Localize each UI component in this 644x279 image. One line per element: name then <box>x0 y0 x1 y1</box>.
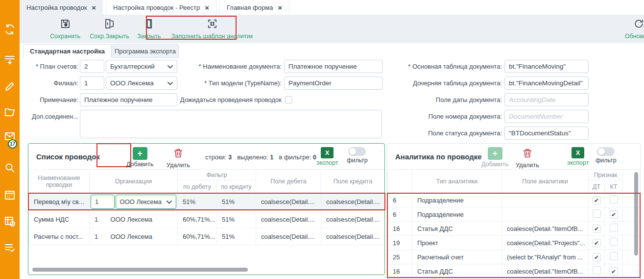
cell-debit-field[interactable]: coalsesce(Detail.... <box>256 228 321 245</box>
tab-standard-settings[interactable]: Стандартная настройка <box>23 44 112 58</box>
plan-code-input[interactable] <box>80 60 104 73</box>
main-table-input[interactable] <box>504 60 589 73</box>
cell-type[interactable]: Расчетный счет <box>412 250 502 264</box>
delete-analytics-button[interactable]: Удалить <box>516 147 539 169</box>
child-table-input[interactable] <box>504 76 589 90</box>
dt-checkbox[interactable] <box>593 266 601 275</box>
delete-transaction-button[interactable]: Удалить <box>167 147 190 169</box>
cell-credit-field[interactable]: coalsesce(Detail.... <box>321 193 385 211</box>
extra-join-textarea[interactable] <box>80 110 382 138</box>
cell-debit-field[interactable]: coalsesce(Detail.... <box>256 193 321 211</box>
org-code-input[interactable]: 1 <box>91 195 115 209</box>
cell-org[interactable]: 1 ООО Лексема <box>90 228 178 245</box>
toggle-off-icon[interactable] <box>348 147 366 156</box>
cell-credit-field[interactable]: coalsesce(Detail.... <box>321 211 385 228</box>
add-transaction-button[interactable]: + Добавить <box>126 147 153 168</box>
cell-field[interactable]: (select br."RAnalyt" from ... <box>502 250 589 264</box>
filter-toggle[interactable]: фильтр <box>347 147 368 164</box>
kt-checkbox[interactable] <box>610 224 618 232</box>
kt-checkbox[interactable] <box>610 195 618 203</box>
plan-select[interactable]: Бухгалтерский <box>106 60 177 73</box>
tab-nastroyka-provodok-reestr[interactable]: Настройка проводок - Реестр × <box>106 0 216 15</box>
branch-code-input[interactable] <box>80 76 104 90</box>
cell-org[interactable]: 1 ООО Лексема <box>90 211 178 228</box>
kt-checkbox[interactable] <box>610 252 618 260</box>
close-icon[interactable]: × <box>92 3 96 12</box>
horizontal-scrollbar[interactable] <box>32 268 248 272</box>
cell-by-debit[interactable]: 60%,71%... <box>178 211 217 228</box>
col-header-by-credit[interactable]: по кредиту <box>217 180 256 193</box>
cell-field[interactable]: coalesce(Detail."ItemOfB... <box>502 222 589 236</box>
table-row[interactable]: 6 Подразделение ✔ <box>388 207 640 222</box>
dt-checkbox[interactable]: ✔ <box>593 225 601 233</box>
branch-select[interactable]: ООО Лексема <box>106 76 177 90</box>
vertical-scrollbar[interactable] <box>634 172 638 255</box>
cell-credit-field[interactable]: coalsesce(Detail.... <box>321 228 385 245</box>
filter-toggle[interactable]: фильтр <box>596 147 617 164</box>
cell-by-debit[interactable]: 60%,71%... <box>178 228 217 245</box>
table-row[interactable]: Расчеты с пост... 1 ООО Лексема 60%,71%.… <box>29 228 385 245</box>
table-row[interactable]: 6 Подразделение ✔ <box>388 193 640 207</box>
org-select[interactable]: ООО Лексема <box>116 195 176 209</box>
tab-export-program[interactable]: Программа экспорта <box>112 44 179 58</box>
cell-type[interactable]: Проект <box>412 236 502 250</box>
cell-type[interactable]: Подразделение <box>412 207 502 222</box>
close-icon[interactable]: × <box>205 3 209 12</box>
dt-checkbox[interactable]: ✔ <box>593 253 601 261</box>
note-input[interactable] <box>80 93 177 106</box>
add-analytics-button[interactable]: + Добавить <box>481 147 508 168</box>
number-field-input[interactable] <box>504 110 589 123</box>
dt-checkbox[interactable]: ✔ <box>593 239 601 247</box>
wait-posting-checkbox[interactable] <box>285 96 292 103</box>
col-header-dt[interactable]: ДТ <box>589 180 605 193</box>
cell-name[interactable]: Перевод м\у св... <box>29 193 90 211</box>
cell-by-credit[interactable]: 51% <box>217 211 256 228</box>
cell-debit-field[interactable]: coalsesce(Detail.... <box>256 211 321 228</box>
cell-name[interactable]: Сумма НДС <box>29 211 90 228</box>
col-header-by-debit[interactable]: по дебету <box>178 180 217 193</box>
schedule-table-icon[interactable] <box>4 215 16 227</box>
pencil-icon[interactable] <box>4 80 16 92</box>
tab-nastroyka-provodok[interactable]: Настройка проводок × <box>20 0 103 15</box>
export-button[interactable]: X экспорт <box>567 147 589 166</box>
cell-field[interactable] <box>502 207 589 222</box>
refresh-button[interactable]: Обновить <box>621 18 644 40</box>
col-header-org[interactable]: Организация <box>90 170 178 193</box>
cell-by-credit[interactable]: 51% <box>217 193 256 211</box>
status-field-input[interactable] <box>504 127 589 140</box>
cell-field[interactable] <box>502 193 589 207</box>
kt-checkbox[interactable]: ✔ <box>610 267 618 276</box>
calendar-icon[interactable] <box>4 189 16 201</box>
table-row[interactable]: Сумма НДС 1 ООО Лексема 60%,71%... 51% c… <box>29 211 385 228</box>
toggle-off-icon[interactable] <box>597 147 615 156</box>
cell-type[interactable]: Подразделение <box>412 193 502 207</box>
col-header-credit-field[interactable]: Поле кредита <box>321 170 385 193</box>
save-button[interactable]: Сохранить <box>50 18 80 40</box>
cell-by-debit[interactable]: 51% <box>178 193 217 211</box>
col-header-kt[interactable]: КТ <box>605 180 623 193</box>
folder-icon[interactable] <box>4 106 16 118</box>
table-row[interactable]: 16 Статья ДДС coalesce(Detail."ItemOfB..… <box>388 264 640 279</box>
search-icon[interactable] <box>4 162 16 174</box>
sync-icon[interactable] <box>4 24 16 35</box>
table-row[interactable]: Перевод м\у св... 1 ООО Лексема 51% <box>29 193 385 211</box>
date-field-input[interactable] <box>504 93 589 106</box>
cell-type[interactable]: Статья ДДС <box>412 264 502 279</box>
tab-glavnaya-forma[interactable]: Главная форма × <box>219 0 289 15</box>
close-icon[interactable]: × <box>278 3 282 12</box>
kt-checkbox[interactable] <box>610 238 618 246</box>
kt-checkbox[interactable]: ✔ <box>610 210 618 219</box>
col-header-debit-field[interactable]: Поле дебета <box>256 170 321 193</box>
doc-name-input[interactable] <box>284 60 383 73</box>
col-header-type[interactable]: Тип аналитики <box>412 170 502 193</box>
table-row[interactable]: 19 Проект coalesce(Detail."Projects"... … <box>388 236 640 250</box>
col-header-field[interactable]: Поле аналитики <box>502 170 589 193</box>
cell-field[interactable]: coalesce(Detail."ItemOfB... <box>502 264 589 279</box>
save-close-button[interactable]: Сохр.Закрыть <box>90 18 129 40</box>
list-download-icon[interactable] <box>4 54 16 66</box>
fill-analytics-template-button[interactable]: Заполнить шаблон аналитик <box>172 18 252 40</box>
export-button[interactable]: X экспорт <box>316 147 338 166</box>
cell-name[interactable]: Расчеты с пост... <box>29 228 90 245</box>
cell-type[interactable]: Статья ДДС <box>412 222 502 236</box>
cell-field[interactable]: coalesce(Detail."Projects"... <box>502 236 589 250</box>
